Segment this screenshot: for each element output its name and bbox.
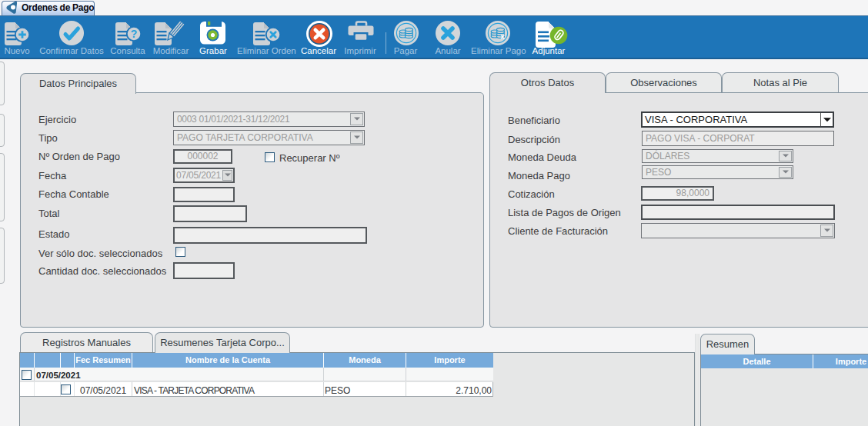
- svg-text:?: ?: [131, 28, 138, 40]
- svg-text:x: x: [500, 32, 505, 41]
